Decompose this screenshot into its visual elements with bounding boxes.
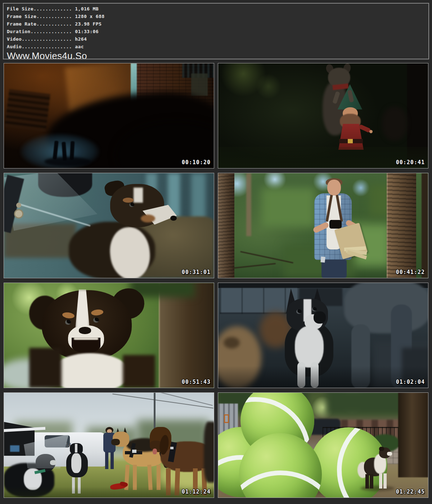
scene-smiling-aussie <box>4 283 214 388</box>
faint-animal-shape <box>382 107 407 141</box>
orange-window-frame <box>224 414 229 423</box>
pine-trunk-right <box>387 173 416 278</box>
screenshot-5: 00:51:43 <box>4 283 214 388</box>
collar-tag-small <box>16 203 21 208</box>
wood-pallet <box>5 89 50 131</box>
aussie-muzzle <box>387 452 392 456</box>
screenshot-3: 00:31:01 <box>4 173 214 278</box>
timestamp: 00:31:01 <box>182 269 211 275</box>
aussie-front-leg <box>379 473 382 489</box>
terrier-eye <box>296 309 302 314</box>
handler-leg <box>105 452 108 469</box>
handler-leg <box>111 452 114 469</box>
aussie-back-leg <box>370 474 373 489</box>
timestamp: 00:51:43 <box>182 379 211 385</box>
aussie-open-mouth <box>72 338 100 353</box>
aussie-eye <box>93 318 99 323</box>
aussie-back-leg <box>365 474 369 489</box>
scene-man-in-forest <box>218 173 428 278</box>
timestamp: 00:41:22 <box>396 269 425 275</box>
shepherd-leg <box>157 465 161 490</box>
timestamp: 01:22:45 <box>396 489 425 495</box>
scene-barn-aussie <box>4 173 214 278</box>
terrier-muzzle-dark <box>314 311 326 324</box>
screenshot-4: 00:41:22 <box>218 173 428 278</box>
dog-shadow <box>44 157 91 166</box>
screenshot-2: 00:20:41 <box>218 63 428 168</box>
aussie-tan-brow <box>123 198 134 203</box>
shepherd-leg <box>133 465 137 490</box>
timestamp: 01:12:24 <box>182 489 211 495</box>
timestamp: 00:10:20 <box>182 159 211 166</box>
aussie-white-chest <box>51 353 130 388</box>
waist-tag <box>320 256 325 262</box>
shepherd-leg <box>147 465 153 490</box>
scene-giant-tennis-balls <box>218 393 428 498</box>
power-wire <box>112 393 213 408</box>
man-head <box>327 180 341 195</box>
scene-dark-alley <box>4 63 214 168</box>
tree-trunk-right <box>159 283 214 388</box>
aussie-front-leg <box>383 473 387 489</box>
thin-tree-trunk <box>246 173 251 236</box>
tree-trunk-right <box>398 393 428 477</box>
screenshot-grid: 00:10:20 00:20:41 <box>4 63 428 498</box>
blue-equipment <box>10 445 19 452</box>
dark-dog-edge <box>204 422 214 483</box>
shepherd-harness-patch <box>132 450 136 453</box>
scene-dog-and-gnome <box>218 63 428 168</box>
electrical-box <box>191 73 208 96</box>
scene-boston-terrier <box>218 283 428 388</box>
pine-trunk-edge <box>422 173 428 278</box>
media-info-panel: File Size............. 1,016 MB Frame Si… <box>3 3 429 59</box>
aussie-nose <box>79 327 91 334</box>
screenshot-7: 14 <box>4 392 214 498</box>
timestamp: 01:02:04 <box>396 379 425 385</box>
screenshot-8: 01:22:45 <box>218 392 428 498</box>
terrier-eye <box>312 307 317 311</box>
aussie-shoulder-fur <box>29 348 62 388</box>
frame-rate-line: Frame Rate............ 23.98 FPS <box>7 20 428 28</box>
bloodhound-tongue <box>153 449 157 454</box>
file-size-line: File Size............. 1,016 MB <box>7 5 428 13</box>
jeans <box>321 260 347 278</box>
frame-size-line: Frame Size............ 1280 x 688 <box>7 13 428 20</box>
aussie-shoulder-fur <box>123 355 155 388</box>
scene-k9-group: 14 <box>4 393 214 498</box>
bloodhound-harness-patch <box>170 447 174 449</box>
duration-line: Duration.............. 01:33:06 <box>7 28 428 35</box>
foliage-blob <box>261 188 315 227</box>
timestamp: 00:20:41 <box>396 159 425 166</box>
shepherd-muzzle <box>111 439 120 445</box>
aussie-nose <box>170 216 177 221</box>
gnome-buckle <box>348 139 353 143</box>
screenshot-1: 00:10:20 <box>4 63 214 168</box>
aussie-blaze <box>134 188 143 203</box>
fallen-branch <box>233 263 276 269</box>
site-watermark: Www.Movies4u.So <box>7 51 428 59</box>
aussie-tan-cheek <box>141 215 155 222</box>
binoculars <box>329 220 342 229</box>
gnome-hand <box>369 130 373 133</box>
aussie-ear <box>379 447 384 451</box>
audio-codec-line: Audio................. aac <box>7 43 428 50</box>
pine-trunk-left <box>218 173 234 278</box>
boston-chest <box>71 453 81 473</box>
blurred-window <box>220 288 297 314</box>
aussie-eye <box>129 203 134 207</box>
collar-tag <box>14 209 23 219</box>
video-codec-line: Video................. h264 <box>7 35 428 43</box>
aussie-teeth <box>74 338 98 340</box>
terrier-white-chest <box>295 326 324 368</box>
ball-stripe <box>239 471 322 498</box>
boston-blaze <box>75 444 77 453</box>
aussie-eye <box>65 320 71 325</box>
power-wire <box>131 393 213 406</box>
blurry-tan-dog-face <box>224 337 240 348</box>
screenshot-6: 01:02:04 <box>218 283 428 388</box>
